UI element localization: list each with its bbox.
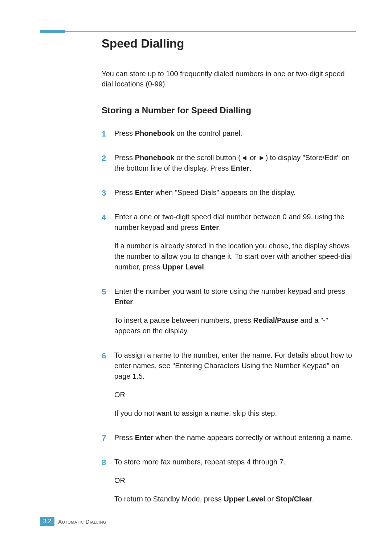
content-column: Speed Dialling You can store up to 100 f…	[102, 37, 356, 504]
step-number: 6	[102, 350, 106, 362]
page-footer: 3.2 Automatic Dialling	[40, 517, 106, 526]
right-arrow-icon: ►	[258, 154, 266, 162]
text: .	[249, 164, 252, 172]
step-number: 5	[102, 286, 106, 298]
text: To insert a pause between numbers, press	[114, 316, 253, 324]
key-enter: Enter	[135, 188, 154, 196]
step-1: 1 Press Phonebook on the control panel.	[102, 128, 356, 139]
footer-section-name: Automatic Dialling	[58, 519, 106, 525]
text: Press	[114, 434, 135, 442]
text: .	[312, 495, 314, 503]
text: .	[133, 298, 135, 306]
key-enter: Enter	[200, 223, 219, 231]
text: Press	[114, 129, 135, 137]
key-redial-pause: Redial/Pause	[253, 316, 298, 324]
key-upper-level: Upper Level	[224, 495, 265, 503]
step-7: 7 Press Enter when the name appears corr…	[102, 432, 356, 443]
step-text: Press Enter when "Speed Dials" appears o…	[114, 187, 356, 198]
step-number: 1	[102, 128, 106, 140]
step-number: 7	[102, 432, 106, 444]
page-number: 2	[48, 518, 51, 524]
text: To return to Standby Mode, press	[114, 495, 224, 503]
step-number: 8	[102, 457, 106, 468]
step-text: To insert a pause between numbers, press…	[114, 315, 356, 336]
step-8: 8 To store more fax numbers, repeat step…	[102, 457, 356, 504]
step-text: Press Phonebook or the scroll button (◄ …	[114, 153, 356, 174]
step-number: 2	[102, 153, 106, 164]
key-phonebook: Phonebook	[135, 129, 175, 137]
text: .	[219, 223, 221, 231]
text: If a number is already stored in the loc…	[114, 242, 352, 271]
header-accent	[40, 30, 65, 33]
text: or	[248, 154, 258, 162]
or-divider: OR	[114, 390, 356, 400]
step-number: 3	[102, 187, 106, 199]
step-text: If a number is already stored in the loc…	[114, 241, 356, 272]
text: Press	[114, 154, 135, 162]
step-text: To assign a name to the number, enter th…	[114, 350, 356, 382]
key-stop-clear: Stop/Clear	[276, 495, 312, 503]
step-2: 2 Press Phonebook or the scroll button (…	[102, 153, 356, 174]
key-enter: Enter	[114, 298, 133, 306]
step-text: To store more fax numbers, repeat steps …	[114, 457, 356, 467]
header-rule	[40, 31, 356, 32]
text: Enter a one or two-digit speed dial numb…	[114, 213, 344, 231]
step-text: To return to Standby Mode, press Upper L…	[114, 494, 356, 504]
chapter-number: 3	[43, 518, 46, 524]
key-enter: Enter	[231, 164, 249, 172]
step-text: Enter a one or two-digit speed dial numb…	[114, 212, 356, 233]
step-3: 3 Press Enter when "Speed Dials" appears…	[102, 187, 356, 198]
text: Press	[114, 188, 135, 196]
text: when the name appears correctly or witho…	[154, 434, 353, 442]
step-text: Press Enter when the name appears correc…	[114, 432, 356, 443]
key-enter: Enter	[135, 434, 154, 442]
text: or	[265, 495, 276, 503]
step-list: 1 Press Phonebook on the control panel. …	[102, 128, 356, 504]
step-text: If you do not want to assign a name, ski…	[114, 408, 356, 419]
step-number: 4	[102, 212, 106, 223]
intro-paragraph: You can store up to 100 frequently diale…	[102, 69, 356, 89]
step-text: Enter the number you want to store using…	[114, 286, 356, 307]
text: or the scroll button (	[175, 154, 241, 162]
page-title: Speed Dialling	[102, 37, 356, 50]
text: on the control panel.	[175, 129, 242, 137]
step-6: 6 To assign a name to the number, enter …	[102, 350, 356, 419]
section-heading: Storing a Number for Speed Dialling	[102, 105, 356, 115]
text: Enter the number you want to store using…	[114, 287, 345, 295]
or-divider: OR	[114, 475, 356, 486]
page-number-badge: 3.2	[40, 517, 54, 526]
step-text: Press Phonebook on the control panel.	[114, 128, 356, 139]
step-5: 5 Enter the number you want to store usi…	[102, 286, 356, 336]
key-upper-level: Upper Level	[162, 263, 204, 271]
step-4: 4 Enter a one or two-digit speed dial nu…	[102, 212, 356, 272]
page-container: Speed Dialling You can store up to 100 f…	[0, 0, 392, 553]
text: .	[204, 263, 206, 271]
left-arrow-icon: ◄	[241, 154, 248, 162]
text: when "Speed Dials" appears on the displa…	[154, 188, 296, 196]
key-phonebook: Phonebook	[135, 154, 175, 162]
